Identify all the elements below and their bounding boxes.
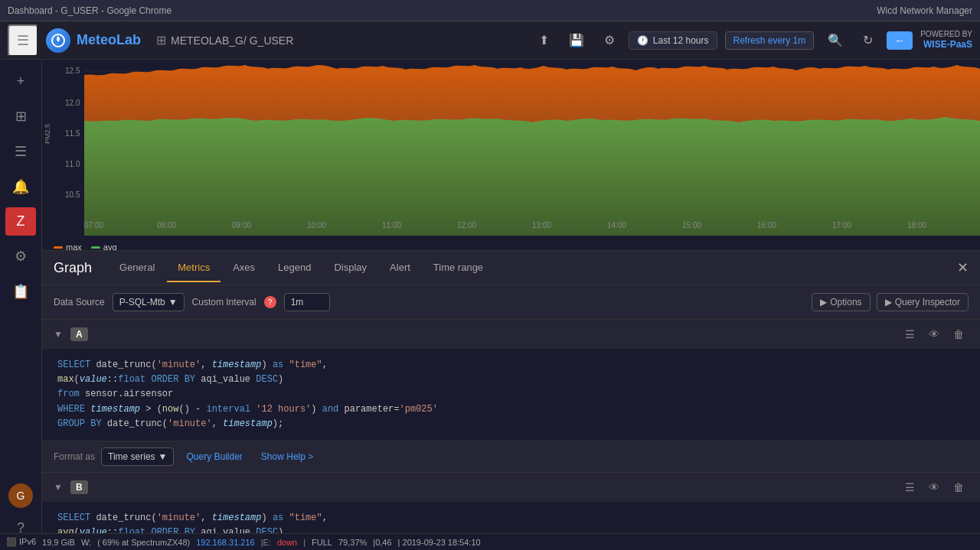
ci-label: Custom Interval [192,297,256,308]
search-button[interactable]: 🔍 [822,30,849,50]
options-button[interactable]: ▶ Options [812,293,870,311]
tab-time-range[interactable]: Time range [423,254,494,282]
ci-help-icon[interactable]: ? [264,296,276,308]
save-button[interactable]: 💾 [563,30,590,50]
status-datetime: | 2019-09-23 18:54:10 [398,538,481,547]
svg-text:15:00: 15:00 [682,221,701,229]
query-a-delete-button[interactable]: 🗑 [949,326,969,343]
sidebar-item-list[interactable]: ☰ [5,137,36,166]
settings-button[interactable]: ⚙ [598,30,621,50]
query-a-header: ▼ A ☰ 👁 🗑 [42,320,980,349]
status-extra: |0,46 [373,538,391,547]
reload-button[interactable]: ↻ [857,30,879,50]
svg-text:18:00: 18:00 [907,221,926,229]
sidebar-item-docs[interactable]: 📋 [5,277,36,306]
graph-title: Graph [54,260,92,276]
time-info: 🕐 Last 12 hours [629,31,717,50]
query-a-format-label: Format as [54,451,95,462]
svg-text:12:00: 12:00 [457,221,476,229]
logo-icon [46,28,70,53]
datasource-select[interactable]: P-SQL-Mtb ▼ [113,293,185,311]
inspector-label: Query Inspector [895,297,960,308]
sidebar-item-z[interactable]: Z [5,207,36,236]
legend-avg: avg [91,242,117,251]
custom-interval-input[interactable] [284,293,330,311]
svg-text:13:00: 13:00 [532,221,551,229]
ds-chevron-icon: ▼ [168,297,178,308]
svg-text:11.5: 11.5 [65,129,80,138]
query-a-format-select[interactable]: Time series ▼ [101,447,174,466]
svg-text:08:00: 08:00 [157,221,176,229]
refresh-button[interactable]: Refresh every 1m [725,31,815,50]
clock-icon: 🕐 [637,35,648,46]
back-button[interactable]: ← [887,31,913,50]
query-b-collapse[interactable]: ▼ [54,482,63,493]
query-a-actions: ☰ 👁 🗑 [900,326,969,343]
query-controls: Data Source P-SQL-Mtb ▼ Custom Interval … [42,285,980,320]
panel-close-button[interactable]: ✕ [957,259,969,276]
options-chevron-icon: ▶ [820,297,827,308]
legend-max: max [54,242,82,251]
logo-text: MeteoLab [77,32,141,48]
query-a-collapse[interactable]: ▼ [54,329,63,340]
sidebar-item-bell[interactable]: 🔔 [5,172,36,201]
ds-value: P-SQL-Mtb [119,297,165,308]
query-a-help-button[interactable]: Show Help > [255,448,319,465]
share-button[interactable]: ⬆ [533,30,555,50]
query-a-menu-button[interactable]: ☰ [900,326,920,343]
query-b-letter: B [70,480,88,494]
query-a-eye-button[interactable]: 👁 [924,326,944,343]
svg-text:09:00: 09:00 [232,221,251,229]
svg-text:17:00: 17:00 [832,221,851,229]
tab-axes[interactable]: Axes [222,254,266,282]
chart-svg: 12.5 12.0 11.5 11.0 10.5 PM2.5 07:00 08:… [42,60,980,236]
status-sep2: | [303,538,305,547]
query-inspector-button[interactable]: ▶ Query Inspector [877,293,969,311]
status-sep1: |E: [261,538,271,547]
legend-avg-label: avg [103,242,117,251]
chart-legend: max avg [42,238,980,251]
query-a-code: SELECT date_trunc('minute', timestamp) a… [42,349,980,441]
query-a-letter: A [70,327,88,341]
legend-avg-dot [91,246,100,249]
status-cpu2: 79,37% [338,538,367,547]
top-bar-right: ⬆ 💾 ⚙ 🕐 Last 12 hours Refresh every 1m 🔍… [533,30,972,50]
query-b-menu-button[interactable]: ☰ [900,479,920,496]
svg-text:10.5: 10.5 [65,190,80,199]
tab-general[interactable]: General [109,254,165,282]
svg-text:12.0: 12.0 [65,99,80,107]
query-b-actions: ☰ 👁 🗑 [900,479,969,496]
nav-grid-icon: ⊞ [156,33,166,47]
query-a-builder-button[interactable]: Query Builder [180,448,248,465]
svg-text:12.5: 12.5 [65,67,80,75]
avatar[interactable]: G [8,483,33,508]
sidebar-item-grid[interactable]: ⊞ [5,102,36,131]
svg-text:11:00: 11:00 [382,221,401,229]
hamburger-button[interactable]: ☰ [8,24,38,57]
status-storage: 19,9 GiB [42,538,75,547]
svg-text:14:00: 14:00 [607,221,626,229]
tab-metrics[interactable]: Metrics [167,254,220,282]
query-b-eye-button[interactable]: 👁 [924,479,944,496]
format-a-chevron-icon: ▼ [158,451,168,462]
sidebar-item-settings[interactable]: ⚙ [5,242,36,271]
time-label: Last 12 hours [653,35,709,46]
svg-text:16:00: 16:00 [757,221,776,229]
graph-tabs: Graph General Metrics Axes Legend Displa… [42,251,980,285]
tab-alert[interactable]: Alert [379,254,421,282]
tab-legend[interactable]: Legend [267,254,322,282]
tab-display[interactable]: Display [323,254,377,282]
query-b-delete-button[interactable]: 🗑 [949,479,969,496]
legend-max-label: max [66,242,82,251]
query-b-header: ▼ B ☰ 👁 🗑 [42,473,980,502]
legend-max-dot [54,246,63,249]
query-a-format-value: Time series [108,451,155,462]
svg-text:10:00: 10:00 [307,221,326,229]
main-layout: + ⊞ ☰ 🔔 Z ⚙ 📋 G ? [0,60,980,550]
svg-text:07:00: 07:00 [84,221,103,229]
status-ipv6: ⬛ IPv6 [6,537,36,547]
sidebar-item-add[interactable]: + [5,67,36,96]
svg-text:11.0: 11.0 [65,160,80,168]
taskbar-right: Wicd Network Manager [877,5,972,16]
options-label: Options [830,297,861,308]
